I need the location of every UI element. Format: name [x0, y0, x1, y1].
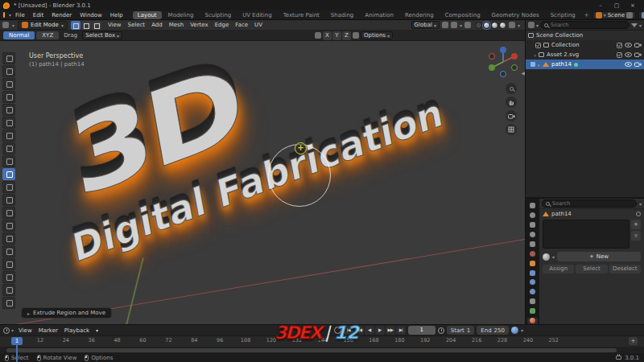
menu-item[interactable]: Edit: [29, 12, 48, 19]
breadcrumb-object-name[interactable]: path14: [551, 211, 572, 217]
pivot-point-icon[interactable]: [442, 22, 448, 28]
checkbox-icon[interactable]: [535, 43, 541, 48]
end-frame-field[interactable]: End 250: [477, 326, 509, 335]
tool-annotate[interactable]: [2, 130, 15, 142]
tool-transform[interactable]: [2, 117, 15, 129]
tool-smooth[interactable]: [2, 258, 15, 270]
eye-icon[interactable]: [625, 62, 632, 67]
tool-measure[interactable]: [2, 142, 15, 154]
solid-shading-icon[interactable]: [483, 22, 490, 29]
tab-tool[interactable]: [527, 202, 538, 208]
tab-object-data[interactable]: [527, 308, 538, 315]
camera-restrict-icon[interactable]: [634, 52, 642, 57]
maximize-button[interactable]: ▢: [609, 2, 625, 9]
pin-icon[interactable]: [636, 212, 641, 216]
new-scene-icon[interactable]: [626, 12, 633, 19]
menu-item[interactable]: File: [11, 12, 29, 19]
viewport-menu-item[interactable]: Face: [232, 22, 251, 28]
tool-scale[interactable]: [2, 104, 15, 116]
tab-render[interactable]: [527, 212, 538, 218]
material-action-button[interactable]: Assign: [543, 265, 574, 274]
close-button[interactable]: ×: [625, 2, 641, 9]
workspace-tab[interactable]: Shading: [326, 11, 358, 19]
tool-knife[interactable]: [2, 220, 15, 232]
tool-select-box[interactable]: [2, 52, 15, 64]
tool-move[interactable]: [2, 78, 15, 90]
new-material-button[interactable]: + New: [557, 252, 641, 261]
tool-loop-cut[interactable]: [2, 207, 15, 219]
tool-shrink-fatten[interactable]: [2, 284, 15, 296]
outliner-search[interactable]: [540, 21, 630, 29]
menu-item[interactable]: Help: [106, 12, 127, 19]
material-browse-icon[interactable]: [543, 253, 550, 261]
menu-item[interactable]: Render: [47, 12, 76, 19]
material-slot-list[interactable]: [543, 220, 630, 249]
viewlayer-selector[interactable]: ▾ ViewLayer: [638, 11, 644, 19]
next-keyframe-button[interactable]: ▶▶: [386, 326, 395, 335]
orientation-selector[interactable]: Global ▾: [411, 21, 440, 29]
minimize-button[interactable]: –: [592, 2, 609, 9]
timeline-editor-icon[interactable]: [3, 327, 10, 334]
preview-range-icon[interactable]: [438, 327, 444, 334]
overlays-icon[interactable]: [509, 22, 515, 28]
orient-button[interactable]: Normal: [3, 31, 35, 39]
tab-modifiers[interactable]: [527, 269, 538, 276]
viewport-menu-item[interactable]: View: [105, 22, 125, 28]
workspace-tab[interactable]: Geometry Nodes: [487, 11, 544, 19]
operator-expand-icon[interactable]: ▸: [27, 311, 30, 316]
camera-restrict-icon[interactable]: [634, 43, 642, 47]
workspace-tab[interactable]: Compositing: [440, 11, 485, 19]
filter-icon[interactable]: [631, 23, 638, 27]
navigation-gizmo[interactable]: [486, 45, 520, 80]
blender-menu-icon[interactable]: [3, 12, 5, 18]
tool-poly-build[interactable]: [2, 232, 15, 245]
checkbox-icon[interactable]: [617, 52, 622, 58]
snap-options-icon[interactable]: [353, 32, 359, 39]
play-reverse-button[interactable]: ◀: [365, 326, 374, 335]
workspace-tab[interactable]: Scripting: [546, 11, 580, 19]
timeline-overlay-button[interactable]: +: [629, 337, 638, 345]
rendered-shading-icon[interactable]: [499, 22, 506, 29]
orient-button[interactable]: XYZ: [36, 31, 59, 39]
outliner-search-input[interactable]: [551, 22, 625, 28]
viewport-canvas[interactable]: 3D Digital Fabrication + User Perspectiv…: [0, 41, 526, 324]
edge-select-button[interactable]: [81, 21, 91, 30]
camera-view-icon[interactable]: [506, 110, 517, 121]
tab-output[interactable]: [527, 221, 538, 228]
properties-search-input[interactable]: [552, 200, 633, 207]
eye-icon[interactable]: [625, 43, 632, 47]
tool-add-cube[interactable]: [2, 155, 15, 167]
operator-panel[interactable]: ▸ Extrude Region and Move: [21, 307, 112, 319]
workspace-tab[interactable]: Modeling: [163, 11, 199, 19]
tab-object[interactable]: [527, 260, 538, 266]
eye-icon[interactable]: [625, 52, 632, 57]
tool-edge-slide[interactable]: [2, 271, 15, 283]
tab-material[interactable]: [527, 318, 538, 324]
tool-rotate[interactable]: [2, 91, 15, 103]
workspace-tab[interactable]: Rendering: [400, 11, 439, 19]
sidebar-toggle-arrow[interactable]: ◀: [521, 70, 525, 76]
outliner-row-asset-svg[interactable]: ▿ Asset 2.svg: [526, 50, 644, 60]
tool-rip-region[interactable]: [2, 297, 15, 309]
face-select-button[interactable]: [92, 21, 101, 30]
workspace-tab[interactable]: Sculpting: [200, 11, 236, 19]
mirror-axis-button[interactable]: X: [323, 31, 332, 40]
timeline-menu-marker[interactable]: Marker: [35, 327, 61, 334]
slot-specials-button[interactable]: ▿: [631, 231, 641, 241]
viewport-menu-item[interactable]: Mesh: [166, 22, 187, 28]
tab-view-layer[interactable]: [527, 231, 538, 237]
viewport-menu-item[interactable]: UV: [251, 22, 266, 28]
disclosure-icon[interactable]: ▿: [534, 52, 536, 58]
add-slot-button[interactable]: +: [631, 220, 641, 229]
camera-restrict-icon[interactable]: [634, 62, 642, 67]
tab-constraints[interactable]: [527, 298, 538, 305]
disclosure-icon[interactable]: ▸: [538, 62, 540, 68]
jump-to-end-button[interactable]: ▶|: [396, 326, 406, 335]
proportional-edit-icon[interactable]: [464, 22, 471, 28]
snap-magnet-icon[interactable]: [451, 22, 457, 28]
outliner-display-mode-icon[interactable]: [528, 22, 535, 28]
timeline-scrollbar[interactable]: [0, 347, 644, 353]
extrude-gizmo-plus[interactable]: +: [295, 142, 307, 154]
tab-physics[interactable]: [527, 289, 538, 295]
workspace-tab[interactable]: Animation: [360, 11, 398, 19]
